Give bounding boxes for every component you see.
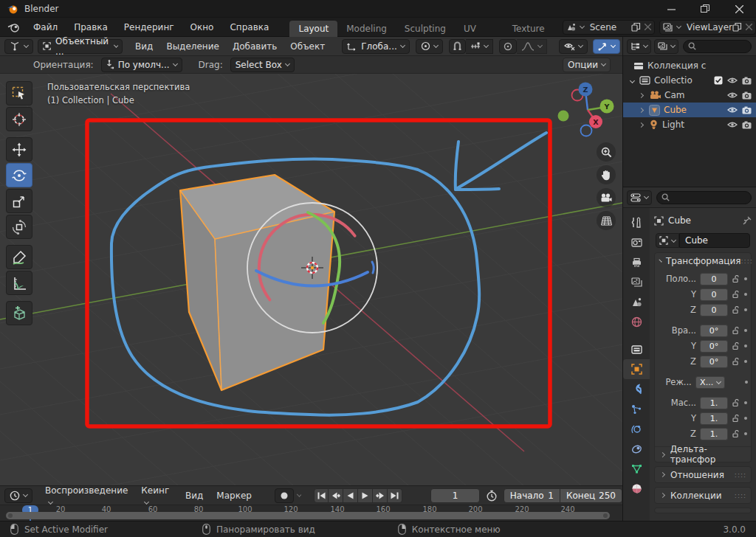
minimize-button[interactable] bbox=[654, 0, 688, 18]
expand-icon[interactable] bbox=[639, 122, 644, 127]
pan-hand-icon[interactable] bbox=[597, 165, 616, 184]
lock-icon[interactable] bbox=[732, 415, 740, 423]
editor-type-button[interactable] bbox=[4, 39, 33, 54]
tab-material[interactable] bbox=[623, 479, 650, 499]
outliner-search-input[interactable] bbox=[683, 40, 752, 53]
menu-playback[interactable]: Воспроизведение bbox=[38, 485, 134, 506]
tab-modeling[interactable]: Modeling bbox=[337, 21, 396, 37]
collapse-icon[interactable] bbox=[630, 77, 635, 83]
tab-uv-editing[interactable]: UV Editing bbox=[455, 21, 504, 37]
frame-end-field[interactable]: Конец250 bbox=[560, 488, 622, 503]
timeline-scrollbar[interactable] bbox=[6, 512, 610, 519]
scale-x-field[interactable]: 1. bbox=[700, 397, 728, 409]
tool-annotate[interactable] bbox=[6, 245, 32, 269]
tab-output[interactable] bbox=[623, 252, 650, 272]
animate-dot[interactable] bbox=[745, 381, 748, 384]
camera-view-icon[interactable] bbox=[597, 188, 616, 207]
lock-icon[interactable] bbox=[732, 327, 740, 335]
scale-y-field[interactable]: 1. bbox=[700, 412, 728, 425]
rotation-mode-dropdown[interactable]: X... bbox=[695, 376, 726, 389]
properties-search-input[interactable] bbox=[656, 191, 752, 204]
tab-render[interactable] bbox=[623, 232, 650, 252]
disable-render-icon[interactable] bbox=[742, 121, 752, 129]
rotation-z-field[interactable]: 0° bbox=[700, 356, 728, 368]
outliner-cube-row[interactable]: Cube bbox=[623, 103, 756, 117]
snap-settings-dropdown[interactable] bbox=[466, 39, 493, 54]
proportional-editing-toggle[interactable] bbox=[499, 39, 517, 54]
expand-icon[interactable] bbox=[639, 107, 644, 112]
frame-start-field[interactable]: Начало1 bbox=[504, 488, 560, 503]
menu-keying[interactable]: Кеинг bbox=[134, 485, 179, 506]
current-frame-field[interactable]: 1 bbox=[430, 488, 479, 503]
lock-icon[interactable] bbox=[732, 306, 740, 314]
outliner-editor-type-button[interactable] bbox=[627, 39, 651, 54]
animate-dot[interactable] bbox=[744, 293, 747, 296]
tab-tool[interactable] bbox=[623, 212, 650, 232]
menu-timeline-view[interactable]: Вид bbox=[179, 491, 210, 501]
tab-layout[interactable]: Layout bbox=[289, 21, 337, 37]
disable-render-icon[interactable] bbox=[742, 77, 752, 85]
outliner-collection-row[interactable]: Collectio bbox=[623, 73, 756, 88]
relations-panel-header[interactable]: Отношения :::: bbox=[655, 467, 751, 482]
hide-eye-icon[interactable] bbox=[727, 106, 738, 114]
tab-object[interactable] bbox=[623, 359, 650, 379]
animate-dot[interactable] bbox=[744, 277, 747, 280]
timeline-editor-type-button[interactable] bbox=[4, 488, 32, 503]
hide-eye-icon[interactable] bbox=[727, 91, 738, 99]
3d-viewport[interactable]: Пользовательская перспектива (1) Collect… bbox=[0, 74, 622, 485]
tab-collection-props[interactable] bbox=[623, 339, 650, 359]
tab-modifiers[interactable] bbox=[623, 379, 650, 399]
navigation-gizmo[interactable]: Z Y X bbox=[555, 80, 617, 142]
tab-constraints[interactable] bbox=[623, 439, 650, 459]
prev-keyframe-button[interactable] bbox=[329, 488, 343, 503]
timeline-ruler[interactable]: 20 40 60 80 100 120 140 160 180 200 220 … bbox=[0, 505, 622, 521]
transform-panel-header[interactable]: Трансформация :::: bbox=[655, 253, 751, 268]
disable-render-icon[interactable] bbox=[742, 91, 752, 100]
gizmo-neg-z-ball[interactable] bbox=[581, 125, 592, 136]
lock-icon[interactable] bbox=[732, 358, 740, 366]
viewlayer-selector[interactable]: ViewLayer bbox=[659, 20, 756, 35]
unlink-scene-icon[interactable] bbox=[645, 24, 651, 30]
tab-sculpting[interactable]: Sculpting bbox=[396, 21, 455, 37]
rotation-x-field[interactable]: 0° bbox=[700, 325, 728, 337]
maximize-button[interactable] bbox=[688, 0, 722, 18]
auto-key-toggle[interactable] bbox=[275, 488, 294, 503]
pin-icon[interactable] bbox=[743, 216, 752, 225]
transform-orientation-dropdown[interactable]: Глоба... bbox=[342, 39, 410, 54]
tool-add-cube[interactable] bbox=[6, 301, 32, 325]
zoom-icon[interactable] bbox=[597, 142, 616, 162]
snap-toggle[interactable] bbox=[449, 39, 466, 54]
animate-dot[interactable] bbox=[744, 401, 747, 404]
play-reverse-button[interactable] bbox=[343, 488, 358, 503]
panel-drag-handle[interactable]: :::: bbox=[735, 492, 746, 499]
rotation-y-field[interactable]: 0° bbox=[700, 340, 728, 353]
play-button[interactable] bbox=[358, 488, 373, 503]
animate-dot[interactable] bbox=[744, 329, 747, 332]
breadcrumb-object-name[interactable]: Cube bbox=[668, 215, 691, 226]
lock-icon[interactable] bbox=[732, 342, 740, 350]
tool-measure[interactable] bbox=[6, 271, 32, 295]
animate-dot[interactable] bbox=[744, 417, 747, 420]
animate-dot[interactable] bbox=[744, 308, 747, 311]
tab-world[interactable] bbox=[623, 312, 650, 332]
hide-eye-icon[interactable] bbox=[727, 77, 738, 84]
options-dropdown[interactable]: Опции bbox=[563, 58, 611, 72]
lock-icon[interactable] bbox=[732, 275, 740, 283]
menu-select[interactable]: Выделение bbox=[159, 41, 225, 52]
gizmo-neg-y-ball[interactable] bbox=[558, 111, 569, 122]
collections-panel-header[interactable]: Коллекции :::: bbox=[655, 488, 751, 503]
collection-checkbox[interactable] bbox=[714, 76, 723, 85]
tool-cursor[interactable] bbox=[6, 107, 32, 131]
stopwatch-icon[interactable] bbox=[486, 490, 498, 502]
outliner-camera-row[interactable]: Cam bbox=[623, 88, 756, 103]
outliner-scene-collection-row[interactable]: Коллекция с bbox=[623, 58, 756, 73]
menu-edit[interactable]: Правка bbox=[66, 18, 116, 37]
tab-scene[interactable] bbox=[623, 292, 650, 312]
drag-mode-dropdown[interactable]: Select Box bbox=[230, 58, 295, 72]
object-id-dropdown[interactable] bbox=[656, 233, 679, 248]
tool-rotate[interactable] bbox=[6, 163, 32, 187]
tool-scale[interactable] bbox=[6, 189, 32, 213]
menu-add[interactable]: Добавить bbox=[226, 41, 284, 52]
lock-icon[interactable] bbox=[732, 430, 740, 438]
tab-texture[interactable]: Texture bbox=[504, 21, 554, 37]
